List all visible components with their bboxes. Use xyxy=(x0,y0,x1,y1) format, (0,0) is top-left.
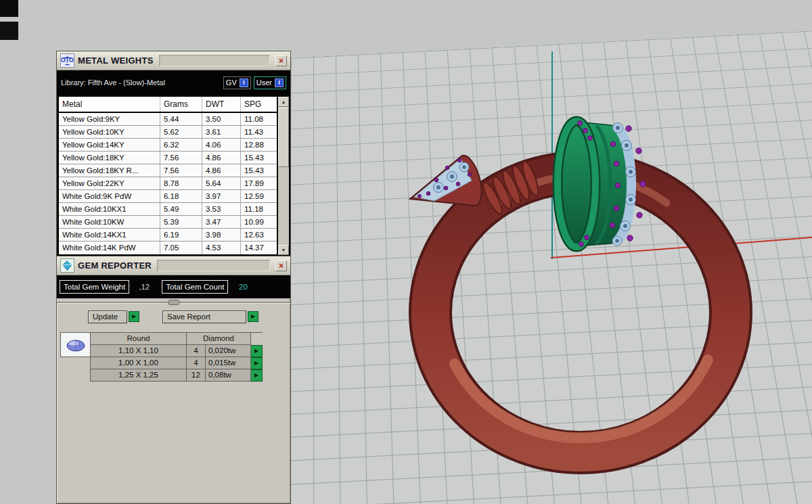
gem-row-run-button[interactable]: ▶ xyxy=(251,369,263,382)
library-bar: Library: Fifth Ave - (Slow)-Metal GV I U… xyxy=(57,70,290,95)
cell-grams: 6.19 xyxy=(160,229,202,241)
cell-dwt: 4.06 xyxy=(202,139,241,151)
cell-metal: Yellow Gold:10KY xyxy=(59,126,160,138)
update-button[interactable]: Update xyxy=(88,311,127,323)
gem-reporter-drag-area[interactable] xyxy=(157,260,270,271)
cell-grams: 5.44 xyxy=(160,113,202,125)
cell-spg: 12.59 xyxy=(241,190,277,202)
gem-row-run-button[interactable]: ▶ xyxy=(251,357,263,369)
cell-gem-weight: 0,020tw xyxy=(206,345,251,357)
metal-weights-panel: METAL WEIGHTS × Library: Fifth Ave - (Sl… xyxy=(56,51,291,256)
user-label: User xyxy=(256,78,272,87)
table-row[interactable]: Yellow Gold:18KY 7.56 4.86 15.43 xyxy=(59,152,277,164)
metal-table-scrollbar[interactable]: ▲ ▼ xyxy=(278,97,289,255)
total-gem-count-value: 20 xyxy=(228,281,258,293)
gv-indicator[interactable]: I xyxy=(240,78,248,87)
cell-metal: Yellow Gold:14KY xyxy=(59,139,160,151)
scroll-down-button[interactable]: ▼ xyxy=(278,245,289,255)
cell-metal: Yellow Gold:22KY xyxy=(59,177,160,189)
column-shape[interactable]: Round xyxy=(91,333,187,345)
cell-metal: White Gold:10KX1 xyxy=(59,203,160,215)
scroll-up-button[interactable]: ▲ xyxy=(278,97,289,107)
total-gem-weight-label: Total Gem Weight xyxy=(60,280,129,294)
cell-dwt: 3.47 xyxy=(202,216,241,228)
save-report-run-button[interactable]: ▶ xyxy=(248,311,258,322)
metal-weights-titlebar[interactable]: METAL WEIGHTS × xyxy=(57,51,290,70)
table-row[interactable]: Yellow Gold:14KY 6.32 4.06 12.88 xyxy=(59,139,277,152)
metal-weights-close-button[interactable]: × xyxy=(275,55,287,66)
scroll-track[interactable] xyxy=(278,167,289,245)
splitter-handle[interactable] xyxy=(168,300,180,305)
table-row[interactable]: Yellow Gold:10KY 5.62 3.61 11.43 xyxy=(59,126,277,139)
cell-spg: 10.99 xyxy=(241,216,277,228)
cell-gem-size: 1,25 X 1,25 xyxy=(91,369,187,382)
cell-spg: 11.08 xyxy=(241,113,277,125)
cell-gem-weight: 0,08tw xyxy=(206,369,251,382)
scroll-thumb[interactable] xyxy=(278,108,289,167)
cell-gem-weight: 0,015tw xyxy=(206,357,251,369)
toolbar-button-fragment-2[interactable] xyxy=(0,22,18,40)
toolbar-button-fragment-1[interactable] xyxy=(0,0,18,17)
gem-table-header: Round Diamond xyxy=(91,333,263,345)
metal-table-grid: Metal Grams DWT SPG Yellow Gold:9KY 5.44… xyxy=(59,97,277,255)
metal-table: Metal Grams DWT SPG Yellow Gold:9KY 5.44… xyxy=(57,95,290,256)
cell-metal: Yellow Gold:9KY xyxy=(59,113,160,125)
table-row[interactable]: White Gold:9K PdW 6.18 3.97 12.59 xyxy=(59,190,277,203)
cell-grams: 8.78 xyxy=(160,177,202,189)
gem-reporter-icon xyxy=(60,258,74,273)
gem-actions: Update ▶ Save Report ▶ xyxy=(88,309,290,324)
column-dwt[interactable]: DWT xyxy=(202,97,241,112)
gem-row[interactable]: 1,25 X 1,25 12 0,08tw ▶ xyxy=(91,369,263,382)
gem-reporter-panel: GEM REPORTER × Total Gem Weight ,12 Tota… xyxy=(56,256,291,504)
gv-toggle[interactable]: GV I xyxy=(223,76,251,89)
gem-table-grid: Round Diamond 1,10 X 1,10 4 0,020tw ▶ 1,… xyxy=(90,332,263,382)
metal-weights-title: METAL WEIGHTS xyxy=(78,55,154,66)
gem-reporter-title: GEM REPORTER xyxy=(78,260,152,271)
gem-thumbnail-cell[interactable] xyxy=(60,332,91,357)
total-gem-weight-value: ,12 xyxy=(129,281,159,293)
scale-icon xyxy=(60,53,74,68)
gem-reporter-close-button[interactable]: × xyxy=(275,260,287,271)
cell-gem-size: 1,10 X 1,10 xyxy=(91,345,187,357)
column-metal[interactable]: Metal xyxy=(59,97,160,112)
table-row[interactable]: White Gold:10KW 5.39 3.47 10.99 xyxy=(59,216,277,229)
gv-label: GV xyxy=(226,78,237,87)
table-row[interactable]: White Gold:10KX1 5.49 3.53 11.18 xyxy=(59,203,277,216)
cell-dwt: 3.98 xyxy=(202,229,241,241)
cell-spg: 14.37 xyxy=(241,242,277,254)
gem-row[interactable]: 1,00 X 1,00 4 0,015tw ▶ xyxy=(91,357,263,369)
table-row[interactable]: White Gold:14KX1 6.19 3.98 12.63 xyxy=(59,229,277,242)
cell-grams: 5.49 xyxy=(160,203,202,215)
metal-weights-drag-area[interactable] xyxy=(159,55,270,66)
user-indicator[interactable]: I xyxy=(275,78,284,87)
gem-reporter-titlebar[interactable]: GEM REPORTER × xyxy=(57,256,290,275)
cell-grams: 5.39 xyxy=(160,216,202,228)
construction-grid xyxy=(251,0,812,504)
gem-row-run-button[interactable]: ▶ xyxy=(251,345,263,357)
user-toggle[interactable]: User I xyxy=(254,76,286,89)
gem-row[interactable]: 1,10 X 1,10 4 0,020tw ▶ xyxy=(91,345,263,357)
cell-spg: 11.18 xyxy=(241,203,277,215)
metal-table-header: Metal Grams DWT SPG xyxy=(59,97,277,113)
table-row[interactable]: Yellow Gold:22KY 8.78 5.64 17.89 xyxy=(59,177,277,190)
cell-grams: 6.32 xyxy=(160,139,202,151)
column-type[interactable]: Diamond xyxy=(187,333,251,345)
panel-splitter[interactable] xyxy=(57,298,290,306)
cell-spg: 12.63 xyxy=(241,229,277,241)
gem-totals-bar: Total Gem Weight ,12 Total Gem Count 20 xyxy=(57,275,290,298)
column-spg[interactable]: SPG xyxy=(241,97,277,112)
table-row[interactable]: Yellow Gold:18KY R... 7.56 4.86 15.43 xyxy=(59,164,277,177)
gem-table: Round Diamond 1,10 X 1,10 4 0,020tw ▶ 1,… xyxy=(60,332,290,382)
save-report-button[interactable]: Save Report xyxy=(162,311,246,323)
update-run-button[interactable]: ▶ xyxy=(129,311,139,322)
cell-spg: 15.43 xyxy=(241,164,277,177)
table-row[interactable]: Yellow Gold:9KY 5.44 3.50 11.08 xyxy=(59,113,277,126)
column-grams[interactable]: Grams xyxy=(160,97,202,112)
table-row[interactable]: White Gold:14K PdW 7.05 4.53 14.37 xyxy=(59,242,277,254)
cell-spg: 15.43 xyxy=(241,152,277,164)
cell-metal: White Gold:10KW xyxy=(59,216,160,228)
cell-gem-count: 12 xyxy=(187,369,206,382)
cell-grams: 6.18 xyxy=(160,190,202,202)
cell-dwt: 4.86 xyxy=(202,152,241,164)
cell-dwt: 3.53 xyxy=(202,203,241,215)
